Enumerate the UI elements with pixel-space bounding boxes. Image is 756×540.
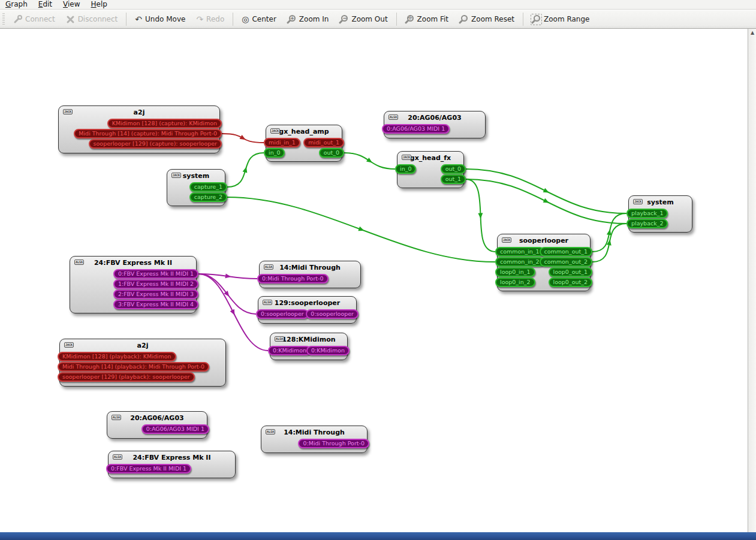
port-pill[interactable]: loop0_in_2 [495, 277, 535, 287]
port-pill[interactable]: 0:AG06/AG03 MIDI 1 [382, 124, 450, 134]
alsa-icon: ALSA [275, 336, 284, 342]
port-pill[interactable]: out_0 [441, 164, 466, 174]
zoom-in-button[interactable]: +Zoom In [282, 13, 335, 26]
node-fbv-out[interactable]: ALSA24:FBV Express Mk II0:FBV Express Mk… [70, 256, 197, 313]
connect-label: Connect [25, 15, 55, 23]
scroll-up-icon[interactable]: ▲ [748, 29, 756, 37]
node-system-capture[interactable]: JACKsystemcapture_1capture_2 [167, 169, 225, 206]
port-pill[interactable]: KMidimon [128] (capture): KMidimon [107, 119, 222, 128]
graph-canvas[interactable]: JACKa2jKMidimon [128] (capture): KMidimo… [0, 29, 748, 532]
jack-icon: JACK [633, 199, 643, 204]
zoom-reset-label: Zoom Reset [471, 15, 514, 23]
port-pill[interactable]: 1:FBV Express Mk II MIDI 2 [113, 279, 198, 289]
redo-label: Redo [206, 15, 224, 23]
alsa-icon: ALSA [74, 260, 84, 265]
menu-edit[interactable]: Edit [33, 0, 58, 10]
port-pill[interactable]: out_0 [319, 148, 344, 158]
port-pill[interactable]: in_0 [395, 164, 416, 174]
port-pill[interactable]: Midi Through [14] (capture): Midi Throug… [74, 129, 222, 138]
node-sooperlooper[interactable]: JACKsooperloopercommon_in_1common_out_1c… [497, 234, 591, 291]
port-pill[interactable]: 0:Midi Through Port-0 [298, 439, 369, 448]
port-pill[interactable]: 0:KMidimon [306, 346, 350, 355]
port-pill[interactable]: 0:FBV Express Mk II MIDI 1 [113, 269, 198, 279]
node-midithrough-in[interactable]: ALSA14:Midi Through0:Midi Through Port-0 [259, 261, 361, 288]
zoom-out-button[interactable]: −Zoom Out [334, 13, 393, 26]
node-ag06-out[interactable]: ALSA20:AG06/AG030:AG06/AG03 MIDI 1 [107, 411, 207, 439]
port-pill[interactable]: playback_2 [627, 219, 668, 228]
zoom-out-icon: − [339, 15, 348, 24]
port-pill[interactable]: common_out_1 [540, 247, 592, 257]
toolbar-separator [126, 13, 126, 26]
port-pill[interactable]: in_0 [264, 148, 285, 158]
node-a2j-capture[interactable]: JACKa2jKMidimon [128] (capture): KMidimo… [58, 105, 220, 153]
node-title: 24:FBV Express Mk II [70, 259, 196, 267]
node-a2j-playback[interactable]: JACKa2jKMidimon [128] (playback): KMidim… [59, 339, 226, 387]
port-pill[interactable]: loop0_out_2 [549, 277, 592, 287]
port-pill[interactable]: common_in_2 [495, 257, 544, 267]
port-pill[interactable]: playback_1 [627, 209, 668, 218]
port-pill[interactable]: 0:sooperlooper [306, 309, 359, 319]
bottom-bar [0, 532, 756, 540]
connect-icon [13, 15, 22, 24]
port-pill[interactable]: loop0_in_1 [495, 267, 535, 277]
node-title: 14:Midi Through [261, 429, 367, 436]
port-pill[interactable]: 0:sooperlooper [256, 309, 309, 319]
zoom-fit-icon: ✛ [405, 15, 414, 24]
disconnect-button[interactable]: Disconnect [61, 13, 124, 26]
center-label: Center [252, 15, 276, 23]
port-pill[interactable]: out_1 [441, 174, 466, 184]
center-button[interactable]: ◎Center [236, 13, 282, 26]
alsa-icon: ALSA [263, 300, 272, 305]
port-pill[interactable]: midi_in_1 [264, 138, 300, 147]
node-ag06-in[interactable]: ALSA20:AG06/AG030:AG06/AG03 MIDI 1 [384, 111, 486, 138]
jack-icon: JACK [64, 342, 74, 348]
port-pill[interactable]: common_out_2 [540, 257, 592, 267]
menu-view[interactable]: View [58, 0, 85, 10]
node-km128[interactable]: ALSA128:KMidimon0:KMidimon0:KMidimon [270, 333, 348, 360]
edge-arrow-icon [607, 230, 612, 236]
node-title: 129:sooperlooper [258, 299, 356, 307]
menu-help[interactable]: Help [86, 0, 113, 10]
node-sl129[interactable]: ALSA129:sooperlooper0:sooperlooper0:soop… [258, 296, 357, 324]
port-pill[interactable]: sooperlooper [129] (capture): sooperloop… [89, 139, 222, 149]
node-gx_head_amp[interactable]: JACKgx_head_ampmidi_in_1midi_out_1in_0ou… [266, 125, 342, 162]
port-pill[interactable]: common_in_1 [495, 247, 544, 257]
port-pill[interactable]: 0:AG06/AG03 MIDI 1 [141, 424, 209, 434]
port-pill[interactable]: Midi Through [14] (playback): Midi Throu… [58, 362, 209, 372]
node-gx_head_fx[interactable]: JACKgx_head_fxin_0out_0out_1 [397, 151, 464, 188]
undo-move-button[interactable]: ↶Undo Move [129, 13, 191, 26]
zoom-fit-button[interactable]: ✛Zoom Fit [400, 13, 454, 26]
port-pill[interactable]: sooperlooper [129] (playback): sooperloo… [58, 372, 195, 382]
node-fbv-in[interactable]: ALSA24:FBV Express Mk II0:FBV Express Mk… [108, 451, 236, 478]
node-system-playback[interactable]: JACKsystemplayback_1playback_2 [628, 195, 692, 233]
connect-button[interactable]: Connect [8, 13, 61, 26]
port-pill[interactable]: KMidimon [128] (playback): KMidimon [58, 352, 176, 361]
port-pill[interactable]: 0:KMidimon [268, 346, 311, 355]
node-title: a2j [59, 108, 219, 116]
zoom-in-label: Zoom In [299, 15, 329, 23]
node-midithrough-out[interactable]: ALSA14:Midi Through0:Midi Through Port-0 [261, 426, 368, 453]
undo-move-label: Undo Move [145, 15, 185, 23]
port-pill[interactable]: 2:FBV Express Mk II MIDI 3 [113, 289, 198, 299]
node-title: 24:FBV Express Mk II [109, 454, 235, 461]
edge-arrow-icon [243, 167, 248, 173]
port-pill[interactable]: capture_1 [189, 182, 227, 192]
toolbar-drag-handle[interactable] [2, 13, 5, 25]
port-pill[interactable]: 0:Midi Through Port-0 [257, 274, 329, 283]
node-title: a2j [60, 342, 225, 349]
jack-icon: JACK [63, 109, 73, 114]
menu-graph[interactable]: Graph [0, 0, 33, 10]
port-pill[interactable]: midi_out_1 [303, 138, 344, 147]
port-pill[interactable]: 0:FBV Express Mk II MIDI 1 [106, 464, 191, 473]
edge-arrow-icon [358, 227, 364, 231]
port-pill[interactable]: loop0_out_1 [549, 267, 592, 277]
port-pill[interactable]: 3:FBV Express Mk II MIDI 4 [113, 300, 198, 309]
vertical-scrollbar[interactable]: ▲ [748, 29, 756, 532]
zoom-reset-button[interactable]: Zoom Reset [454, 13, 520, 26]
edge-arrow-icon [225, 273, 231, 278]
port-pill[interactable]: capture_2 [189, 192, 227, 202]
zoom-range-button[interactable]: Zoom Range [526, 13, 595, 26]
center-icon: ◎ [242, 15, 249, 23]
redo-button[interactable]: ↷Redo [191, 13, 230, 26]
menu-bar: GraphEditViewHelp [0, 0, 756, 10]
